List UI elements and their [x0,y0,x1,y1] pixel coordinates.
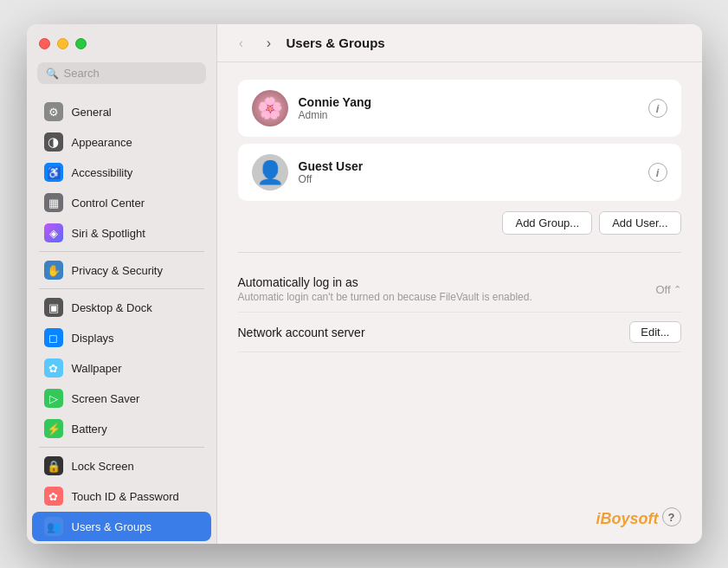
sidebar-label-siri: Siri & Spotlight [72,227,145,240]
close-button[interactable] [39,38,50,49]
auto-login-sublabel: Automatic login can't be turned on becau… [238,291,656,303]
auto-login-value-text: Off [655,283,670,296]
sidebar-label-wallpaper: Wallpaper [72,362,122,375]
add-buttons-row: Add Group... Add User... [238,211,681,235]
user-role-connie: Admin [299,109,648,121]
sidebar-item-controlcenter[interactable]: ▦ Control Center [32,188,211,217]
user-name-connie: Connie Yang [299,95,648,109]
sidebar: 🔍 Search ⚙ General ◑ Appearance ♿ Access… [27,24,217,544]
sidebar-label-screensaver: Screen Saver [72,392,140,405]
auto-login-value: Off ⌃ [655,283,680,296]
auto-login-row: Automatically log in as Automatic login … [238,267,681,313]
sidebar-label-controlcenter: Control Center [72,197,145,210]
sidebar-item-siri[interactable]: ◈ Siri & Spotlight [32,218,211,248]
edit-button[interactable]: Edit... [629,321,680,343]
sidebar-item-desktop[interactable]: ▣ Desktop & Dock [32,293,211,322]
sidebar-label-touchid: Touch ID & Password [72,490,179,503]
sidebar-label-desktop: Desktop & Dock [72,301,152,314]
usersgroups-icon: 👥 [44,517,63,536]
page-title: Users & Groups [287,36,385,50]
sidebar-item-lockscreen[interactable]: 🔒 Lock Screen [32,451,211,481]
sidebar-label-general: General [72,106,112,119]
info-button-connie[interactable]: i [648,99,667,118]
watermark-text: Boysoft [601,510,659,527]
user-card-connie: 🌸 Connie Yang Admin i [238,80,681,137]
divider-1 [39,251,204,252]
add-user-button[interactable]: Add User... [599,211,680,235]
sidebar-item-wallpaper[interactable]: ✿ Wallpaper [32,353,211,383]
avatar-connie: 🌸 [252,90,288,126]
sidebar-item-appearance[interactable]: ◑ Appearance [32,127,211,157]
sidebar-item-displays[interactable]: ◻ Displays [32,323,211,352]
battery-icon: ⚡ [44,419,63,438]
flower-emoji: 🌸 [257,96,283,120]
avatar-guest: 👤 [252,154,288,190]
guest-icon: 👤 [256,159,284,186]
sidebar-item-passwords[interactable]: 🔑 Passwords [32,542,211,544]
sidebar-items: ⚙ General ◑ Appearance ♿ Accessibility ▦… [27,93,216,544]
general-icon: ⚙ [44,102,63,121]
auto-login-info: Automatically log in as Automatic login … [238,275,656,303]
info-button-guest[interactable]: i [648,163,667,182]
sidebar-label-accessibility: Accessibility [72,166,133,179]
search-icon: 🔍 [46,68,59,80]
sidebar-item-touchid[interactable]: ✿ Touch ID & Password [32,481,211,511]
network-server-row: Network account server Edit... [238,313,681,352]
minimize-button[interactable] [57,38,68,49]
sidebar-label-battery: Battery [72,423,107,436]
divider-3 [39,447,204,448]
sidebar-item-general[interactable]: ⚙ General [32,97,211,126]
main-content: 🌸 Connie Yang Admin i 👤 Guest User Off i [217,62,702,544]
help-button[interactable]: ? [662,507,681,526]
add-group-button[interactable]: Add Group... [502,211,592,235]
sidebar-item-accessibility[interactable]: ♿ Accessibility [32,158,211,187]
user-card-guest: 👤 Guest User Off i [238,144,681,201]
section-divider [238,252,681,253]
controlcenter-icon: ▦ [44,193,63,212]
user-name-guest: Guest User [299,159,648,173]
sidebar-item-battery[interactable]: ⚡ Battery [32,414,211,443]
wallpaper-icon: ✿ [44,358,63,378]
network-server-info: Network account server [238,326,630,339]
back-button[interactable]: ‹ [231,33,252,54]
sidebar-label-lockscreen: Lock Screen [72,460,134,473]
desktop-icon: ▣ [44,298,63,317]
sidebar-item-screensaver[interactable]: ▷ Screen Saver [32,384,211,413]
privacy-icon: ✋ [44,261,63,280]
search-placeholder: Search [64,67,100,80]
forward-button[interactable]: › [259,33,280,54]
touchid-icon: ✿ [44,487,63,506]
network-server-label: Network account server [238,326,630,339]
sidebar-label-appearance: Appearance [72,136,132,149]
displays-icon: ◻ [44,328,63,347]
sidebar-item-usersgroups[interactable]: 👥 Users & Groups [32,512,211,541]
lockscreen-icon: 🔒 [44,456,63,475]
user-info-guest: Guest User Off [299,159,648,185]
auto-login-label: Automatically log in as [238,275,656,289]
sidebar-label-privacy: Privacy & Security [72,264,163,277]
siri-icon: ◈ [44,223,63,242]
screensaver-icon: ▷ [44,389,63,408]
sidebar-label-usersgroups: Users & Groups [72,520,151,533]
appearance-icon: ◑ [44,132,63,152]
user-info-connie: Connie Yang Admin [299,95,648,121]
sidebar-item-privacy[interactable]: ✋ Privacy & Security [32,255,211,285]
auto-login-chevron: ⌃ [673,284,681,295]
sidebar-titlebar [27,24,216,62]
divider-2 [39,288,204,289]
main-window: 🔍 Search ⚙ General ◑ Appearance ♿ Access… [27,24,702,544]
maximize-button[interactable] [75,38,87,49]
accessibility-icon: ♿ [44,163,63,182]
user-role-guest: Off [299,173,648,185]
iboysoft-watermark: iBoysoft [596,510,658,528]
main-titlebar: ‹ › Users & Groups [217,24,702,62]
sidebar-label-displays: Displays [72,332,114,345]
search-bar[interactable]: 🔍 Search [37,62,206,84]
main-panel: ‹ › Users & Groups 🌸 Connie Yang Admin i… [217,24,702,544]
